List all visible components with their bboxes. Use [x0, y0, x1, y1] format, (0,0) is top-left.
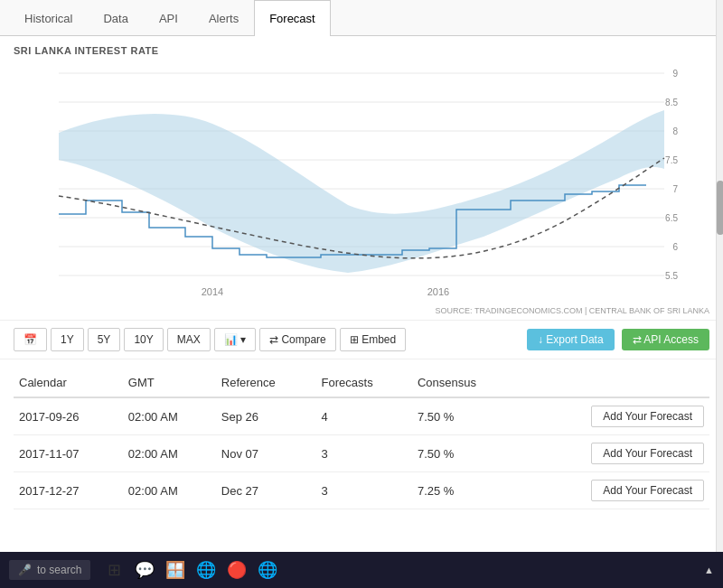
svg-text:6: 6 [672, 242, 678, 252]
taskbar-app-kaspersky[interactable]: 🔴 [224, 557, 249, 583]
toolbar: 📅 1Y 5Y 10Y MAX 📊 ▾ ⇄ Compare ⊞ Embed ↓ … [0, 320, 723, 359]
forecast-table: Calendar GMT Reference Forecasts Consens… [14, 369, 709, 509]
embed-button[interactable]: ⊞ Embed [340, 328, 406, 351]
svg-text:2016: 2016 [427, 286, 449, 297]
cell-calendar-2: 2017-12-27 [14, 472, 123, 509]
cell-calendar-1: 2017-11-07 [14, 435, 123, 472]
add-forecast-button-0[interactable]: Add Your Forecast [591, 406, 704, 427]
chart-svg: 9 8.5 8 7.5 7 6.5 6 5.5 2014 2016 [14, 61, 709, 304]
chart-band [59, 110, 664, 273]
table-body: 2017-09-26 02:00 AM Sep 26 4 7.50 % Add … [14, 397, 709, 509]
cell-gmt-2: 02:00 AM [123, 472, 216, 509]
cell-calendar-0: 2017-09-26 [14, 397, 123, 435]
chart-title: SRI LANKA INTEREST RATE [14, 45, 709, 56]
add-forecast-button-1[interactable]: Add Your Forecast [591, 443, 704, 464]
cell-forecasts-0: 4 [316, 397, 412, 435]
period-1y-button[interactable]: 1Y [51, 328, 84, 351]
tab-alerts[interactable]: Alerts [193, 0, 254, 36]
api-access-button[interactable]: ⇄ API Access [622, 329, 709, 350]
svg-text:9: 9 [672, 69, 678, 79]
scrollbar-thumb[interactable] [717, 181, 723, 235]
mic-icon: 🎤 [18, 564, 32, 576]
col-action [520, 369, 710, 397]
taskbar-right: ▲ [704, 565, 714, 575]
period-10y-button[interactable]: 10Y [124, 328, 163, 351]
tab-historical[interactable]: Historical [9, 0, 88, 36]
taskbar-app-store[interactable]: 🪟 [163, 557, 188, 583]
period-max-button[interactable]: MAX [167, 328, 211, 351]
col-gmt: GMT [123, 369, 216, 397]
table-row: 2017-12-27 02:00 AM Dec 27 3 7.25 % Add … [14, 472, 709, 509]
cell-consensus-0: 7.50 % [412, 397, 520, 435]
cell-reference-1: Nov 07 [216, 435, 316, 472]
chart-source: SOURCE: TRADINGECONOMICS.COM | CENTRAL B… [14, 306, 709, 315]
tab-api[interactable]: API [144, 0, 193, 36]
cell-forecasts-2: 3 [316, 472, 412, 509]
svg-text:6.5: 6.5 [665, 213, 678, 223]
add-forecast-button-2[interactable]: Add Your Forecast [591, 480, 704, 501]
chart-type-button[interactable]: 📊 ▾ [214, 328, 256, 351]
calendar-button[interactable]: 📅 [14, 328, 47, 351]
col-forecasts: Forecasts [316, 369, 412, 397]
table-row: 2017-09-26 02:00 AM Sep 26 4 7.50 % Add … [14, 397, 709, 435]
svg-text:8.5: 8.5 [665, 98, 678, 107]
svg-text:2014: 2014 [202, 286, 223, 297]
cell-gmt-1: 02:00 AM [123, 435, 216, 472]
cell-consensus-2: 7.25 % [412, 472, 520, 509]
tab-bar: Historical Data API Alerts Forecast [0, 0, 723, 36]
tab-data[interactable]: Data [88, 0, 143, 36]
chart-area: 9 8.5 8 7.5 7 6.5 6 5.5 2014 2016 [14, 61, 709, 304]
cell-reference-2: Dec 27 [216, 472, 316, 509]
taskbar: 🎤 to search ⊞ 💬 🪟 🌐 🔴 🌐 ▲ [0, 552, 723, 588]
chart-container: SRI LANKA INTEREST RATE 9 8.5 8 7.5 7 6.… [0, 36, 723, 320]
cell-reference-0: Sep 26 [216, 397, 316, 435]
search-placeholder-text: to search [37, 564, 81, 576]
cell-forecasts-1: 3 [316, 435, 412, 472]
period-5y-button[interactable]: 5Y [88, 328, 121, 351]
taskbar-apps: ⊞ 💬 🪟 🌐 🔴 🌐 [101, 557, 280, 583]
svg-text:7.5: 7.5 [665, 155, 678, 165]
table-header-row: Calendar GMT Reference Forecasts Consens… [14, 369, 709, 397]
cell-consensus-1: 7.50 % [412, 435, 520, 472]
table-row: 2017-11-07 02:00 AM Nov 07 3 7.50 % Add … [14, 435, 709, 472]
taskbar-app-chrome[interactable]: 🌐 [255, 557, 280, 583]
cell-action-0: Add Your Forecast [520, 397, 710, 435]
tab-forecast[interactable]: Forecast [254, 0, 331, 36]
cell-gmt-0: 02:00 AM [123, 397, 216, 435]
taskbar-app-chat[interactable]: 💬 [132, 557, 157, 583]
taskbar-app-windows[interactable]: ⊞ [101, 557, 127, 583]
taskbar-app-edge[interactable]: 🌐 [193, 557, 219, 583]
taskbar-search[interactable]: 🎤 to search [9, 560, 90, 580]
forecast-table-section: Calendar GMT Reference Forecasts Consens… [0, 359, 723, 518]
svg-text:8: 8 [672, 126, 678, 136]
cell-action-1: Add Your Forecast [520, 435, 710, 472]
col-calendar: Calendar [14, 369, 123, 397]
svg-text:5.5: 5.5 [665, 271, 678, 281]
col-reference: Reference [216, 369, 316, 397]
svg-text:7: 7 [672, 184, 678, 194]
col-consensus: Consensus [412, 369, 520, 397]
compare-button[interactable]: ⇄ Compare [259, 328, 336, 351]
export-data-button[interactable]: ↓ Export Data [527, 329, 615, 350]
cell-action-2: Add Your Forecast [520, 472, 710, 509]
scrollbar[interactable] [716, 0, 723, 552]
